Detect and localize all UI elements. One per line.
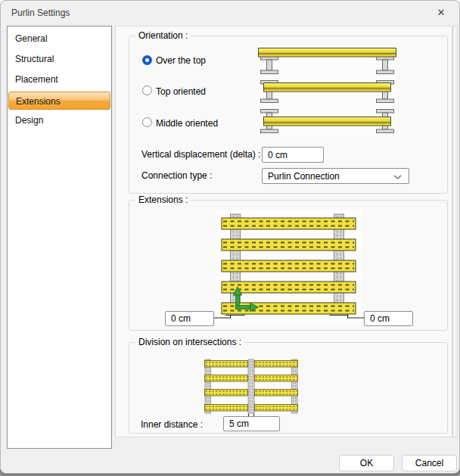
radio-middle-oriented[interactable]: [142, 117, 152, 127]
purlin-settings-dialog: Purlin Settings ✕ General Structural Pla…: [0, 0, 460, 474]
radio-over-the-top-label[interactable]: Over the top: [156, 55, 206, 66]
radio-top-oriented[interactable]: [142, 86, 152, 95]
radio-top-oriented-label[interactable]: Top oriented: [156, 86, 206, 97]
over-the-top-illustration: [257, 45, 397, 76]
close-icon[interactable]: ✕: [429, 4, 453, 22]
vertical-displacement-input[interactable]: [262, 147, 324, 163]
sidebar-item-placement[interactable]: Placement: [8, 70, 111, 90]
settings-category-list: General Structural Placement Extensions …: [7, 26, 112, 449]
inner-distance-input[interactable]: [223, 416, 280, 431]
middle-oriented-illustration: [257, 107, 397, 135]
orientation-group: Orientation : Over the top To: [129, 36, 448, 194]
division-group-label: Division on intersections :: [135, 337, 244, 347]
radio-middle-oriented-label[interactable]: Middle oriented: [156, 118, 218, 129]
dialog-title: Purlin Settings: [11, 8, 70, 18]
extensions-illustration: [163, 208, 415, 325]
chevron-down-icon: [393, 175, 402, 179]
extensions-group-label: Extensions :: [135, 194, 191, 205]
sidebar-item-extensions[interactable]: Extensions: [8, 92, 110, 110]
orientation-group-label: Orientation :: [135, 30, 191, 41]
left-extension-input[interactable]: [165, 311, 214, 326]
connection-type-value: Purlin Connection: [268, 171, 340, 182]
cancel-button[interactable]: Cancel: [402, 455, 457, 471]
inner-distance-label: Inner distance :: [141, 419, 203, 430]
extensions-group: Extensions :: [129, 200, 448, 331]
division-group: Division on intersections :: [129, 342, 448, 434]
right-extension-input[interactable]: [364, 311, 413, 326]
ok-button[interactable]: OK: [339, 455, 394, 471]
connection-type-label: Connection type :: [141, 170, 212, 181]
top-oriented-illustration: [257, 77, 397, 106]
vertical-displacement-label: Vertical displacement (delta) :: [141, 149, 260, 160]
title-bar[interactable]: Purlin Settings ✕: [1, 1, 459, 25]
radio-over-the-top[interactable]: [142, 55, 152, 65]
sidebar-item-design[interactable]: Design: [8, 110, 111, 131]
division-illustration: [204, 359, 298, 420]
screen: Purlin Settings ✕ General Structural Pla…: [0, 0, 460, 476]
sidebar-item-general[interactable]: General: [8, 29, 111, 49]
connection-type-dropdown[interactable]: Purlin Connection: [262, 168, 409, 184]
extensions-settings-panel: Orientation : Over the top To: [115, 26, 452, 437]
sidebar-item-structural[interactable]: Structural: [8, 49, 111, 70]
panel-scrollbar[interactable]: [452, 26, 458, 437]
